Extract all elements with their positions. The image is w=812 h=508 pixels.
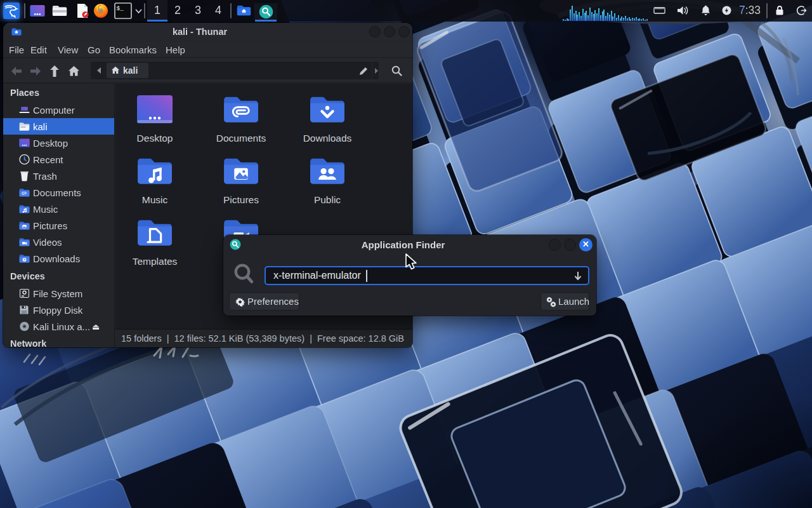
svg-text:$_: $_ <box>117 5 124 12</box>
